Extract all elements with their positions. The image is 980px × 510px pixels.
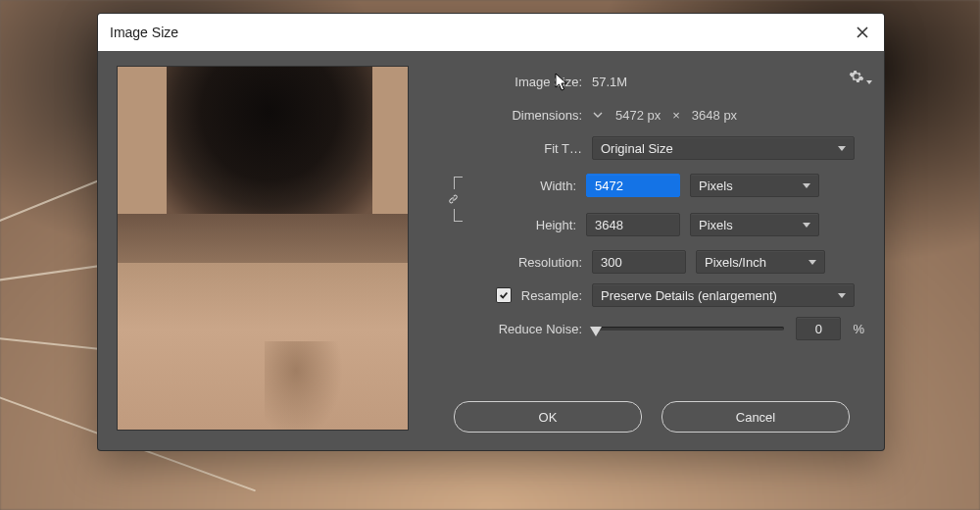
chevron-down-icon <box>808 260 816 265</box>
fit-to-select[interactable]: Original Size <box>592 136 855 160</box>
reduce-noise-input[interactable]: 0 <box>796 317 841 340</box>
width-input[interactable]: 5472 <box>586 174 680 197</box>
dimensions-height: 3648 px <box>692 108 737 123</box>
width-unit-select[interactable]: Pixels <box>690 174 819 197</box>
chevron-down-icon <box>838 146 846 151</box>
image-size-label: Image Size: <box>439 75 592 89</box>
dimensions-width: 5472 px <box>615 108 661 123</box>
percent-suffix: % <box>853 322 864 336</box>
close-icon <box>857 26 868 38</box>
height-unit-select[interactable]: Pixels <box>690 213 819 236</box>
image-size-dialog: Image Size Image Size: 57.1M Dimensions: <box>98 14 884 450</box>
resolution-input[interactable]: 300 <box>592 250 686 274</box>
reduce-noise-label: Reduce Noise: <box>439 322 592 336</box>
reduce-noise-slider[interactable] <box>592 327 784 331</box>
form-panel: Image Size: 57.1M Dimensions: 5472 px × … <box>439 67 864 433</box>
check-icon <box>499 290 509 300</box>
preview-thumbnail <box>118 67 408 430</box>
close-button[interactable] <box>853 23 872 42</box>
image-size-value: 57.1M <box>592 75 627 89</box>
link-icon <box>447 192 460 206</box>
fit-to-label: Fit T… <box>439 141 592 156</box>
chevron-down-icon <box>803 223 810 228</box>
height-input[interactable]: 3648 <box>586 213 680 236</box>
chevron-down-icon <box>803 183 810 188</box>
dimensions-label: Dimensions: <box>439 108 592 123</box>
slider-thumb-icon <box>590 327 602 336</box>
titlebar: Image Size <box>98 14 884 51</box>
dimensions-unit-toggle[interactable] <box>592 109 604 121</box>
dropdown-caret-icon <box>866 80 872 84</box>
fit-to-value: Original Size <box>601 141 673 156</box>
resolution-label: Resolution: <box>439 255 592 270</box>
resolution-unit-select[interactable]: Pixels/Inch <box>696 250 825 274</box>
resample-checkbox[interactable] <box>496 287 512 303</box>
chevron-down-icon <box>592 109 604 121</box>
resample-label: Resample: <box>521 288 582 303</box>
chevron-down-icon <box>838 293 846 298</box>
dimensions-separator: × <box>672 108 680 123</box>
height-label: Height: <box>466 218 586 232</box>
gear-icon <box>849 69 864 84</box>
width-label: Width: <box>466 178 586 193</box>
ok-button[interactable]: OK <box>454 401 642 433</box>
dialog-title: Image Size <box>110 25 853 40</box>
cancel-button[interactable]: Cancel <box>662 401 850 433</box>
resample-method-select[interactable]: Preserve Details (enlargement) <box>592 283 855 307</box>
settings-button[interactable] <box>849 69 864 87</box>
constrain-proportions-toggle[interactable] <box>439 177 466 233</box>
